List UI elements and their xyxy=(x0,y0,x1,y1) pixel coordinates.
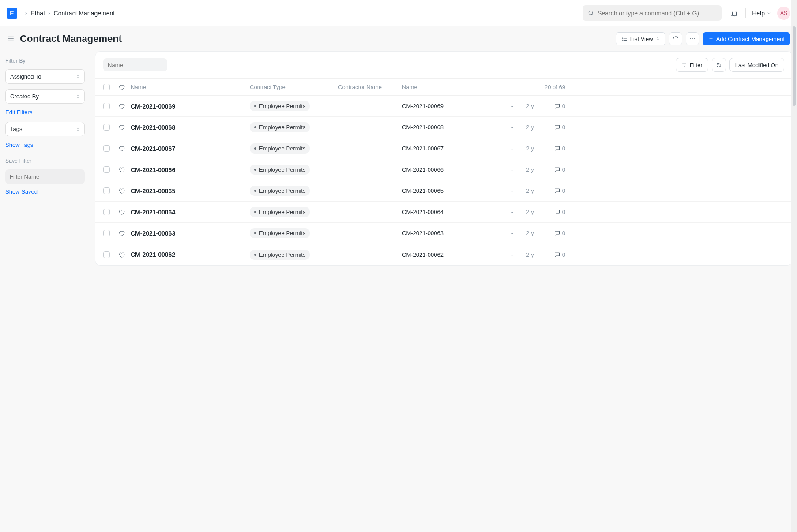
plus-icon xyxy=(708,36,714,41)
refresh-button[interactable] xyxy=(669,32,682,45)
row-checkbox[interactable] xyxy=(103,230,110,236)
created-by-label: Created By xyxy=(10,93,39,100)
sort-field-button[interactable]: Last Modified On xyxy=(729,58,784,72)
row-id[interactable]: CM-2021-00066 xyxy=(131,166,250,173)
table-header: Name Contract Type Contractor Name Name … xyxy=(95,78,792,96)
scrollbar[interactable] xyxy=(791,0,797,532)
assigned-to-filter[interactable]: Assigned To xyxy=(5,69,85,84)
table-row[interactable]: CM-2021-00066 Employee Permits CM-2021-0… xyxy=(95,159,792,180)
col-contractor-name[interactable]: Contractor Name xyxy=(338,84,402,90)
comments-cell[interactable]: 0 xyxy=(539,145,565,152)
contract-type-pill: Employee Permits xyxy=(250,207,310,217)
edit-filters-link[interactable]: Edit Filters xyxy=(5,109,32,116)
view-selector[interactable]: List View xyxy=(616,32,665,45)
svg-point-9 xyxy=(622,38,623,39)
filter-button[interactable]: Filter xyxy=(676,58,708,72)
comments-cell[interactable]: 0 xyxy=(539,230,565,236)
table-row[interactable]: CM-2021-00063 Employee Permits CM-2021-0… xyxy=(95,223,792,244)
name-cell: CM-2021-00069 xyxy=(402,103,504,109)
row-id[interactable]: CM-2021-00065 xyxy=(131,187,250,195)
name-filter-input[interactable] xyxy=(103,58,167,71)
age-cell: 2 y xyxy=(521,251,539,258)
like-button[interactable] xyxy=(118,166,131,173)
menu-icon xyxy=(7,35,15,43)
heart-icon xyxy=(118,166,125,173)
contract-type-pill: Employee Permits xyxy=(250,101,310,111)
filter-button-label: Filter xyxy=(690,62,703,68)
breadcrumb-root[interactable]: Ethal xyxy=(30,10,45,17)
table-row[interactable]: CM-2021-00062 Employee Permits CM-2021-0… xyxy=(95,244,792,265)
help-button[interactable]: Help xyxy=(752,10,771,17)
divider xyxy=(745,8,746,18)
heart-icon xyxy=(118,103,125,109)
table-row[interactable]: CM-2021-00068 Employee Permits CM-2021-0… xyxy=(95,117,792,138)
contract-type-pill: Employee Permits xyxy=(250,143,310,154)
row-id[interactable]: CM-2021-00068 xyxy=(131,124,250,131)
tags-label: Tags xyxy=(10,126,22,132)
select-all-checkbox[interactable] xyxy=(103,84,110,90)
filter-icon xyxy=(681,62,687,68)
show-tags-link[interactable]: Show Tags xyxy=(5,142,33,148)
global-search-input[interactable] xyxy=(598,10,716,17)
notifications-button[interactable] xyxy=(729,8,739,18)
like-button[interactable] xyxy=(118,187,131,194)
show-saved-link[interactable]: Show Saved xyxy=(5,188,38,195)
comments-cell[interactable]: 0 xyxy=(539,124,565,131)
chevron-right-icon: › xyxy=(25,10,27,16)
like-button[interactable] xyxy=(118,209,131,215)
search-icon xyxy=(588,10,594,16)
like-button[interactable] xyxy=(118,145,131,152)
row-id[interactable]: CM-2021-00063 xyxy=(131,230,250,237)
comments-cell[interactable]: 0 xyxy=(539,103,565,109)
row-checkbox[interactable] xyxy=(103,166,110,173)
comments-cell[interactable]: 0 xyxy=(539,209,565,215)
filter-name-input[interactable] xyxy=(5,169,85,184)
svg-point-11 xyxy=(690,38,691,39)
avatar[interactable]: AS xyxy=(777,7,790,20)
sort-icon xyxy=(656,36,660,41)
row-checkbox[interactable] xyxy=(103,103,110,109)
more-actions-button[interactable] xyxy=(686,32,699,45)
save-filter-label: Save Filter xyxy=(5,158,90,164)
row-id[interactable]: CM-2021-00067 xyxy=(131,145,250,152)
like-button[interactable] xyxy=(118,230,131,236)
like-button[interactable] xyxy=(118,103,131,109)
age-cell: 2 y xyxy=(521,124,539,131)
menu-button[interactable] xyxy=(7,35,15,43)
sort-icon xyxy=(76,94,80,99)
comment-icon xyxy=(554,103,560,109)
comments-cell[interactable]: 0 xyxy=(539,251,565,258)
table-row[interactable]: CM-2021-00067 Employee Permits CM-2021-0… xyxy=(95,138,792,159)
name-cell: CM-2021-00065 xyxy=(402,187,504,194)
comments-cell[interactable]: 0 xyxy=(539,166,565,173)
like-button[interactable] xyxy=(118,251,131,258)
row-id[interactable]: CM-2021-00064 xyxy=(131,209,250,216)
status-cell: - xyxy=(504,166,521,173)
col-contract-type[interactable]: Contract Type xyxy=(250,84,338,90)
row-checkbox[interactable] xyxy=(103,187,110,194)
heart-icon xyxy=(118,84,131,90)
row-checkbox[interactable] xyxy=(103,124,110,131)
row-id[interactable]: CM-2021-00062 xyxy=(131,251,250,258)
like-button[interactable] xyxy=(118,124,131,131)
add-button[interactable]: Add Contract Management xyxy=(703,32,790,45)
comments-cell[interactable]: 0 xyxy=(539,187,565,194)
table-row[interactable]: CM-2021-00064 Employee Permits CM-2021-0… xyxy=(95,202,792,223)
page-header: Contract Management List View Add Contra… xyxy=(0,26,797,51)
brand-logo[interactable]: E xyxy=(7,8,17,19)
tags-filter[interactable]: Tags xyxy=(5,122,85,136)
col-name[interactable]: Name xyxy=(131,84,250,90)
global-search[interactable] xyxy=(583,5,722,21)
created-by-filter[interactable]: Created By xyxy=(5,89,85,104)
name-cell: CM-2021-00063 xyxy=(402,230,504,236)
row-checkbox[interactable] xyxy=(103,251,110,258)
sort-direction-button[interactable] xyxy=(712,58,726,72)
view-selector-label: List View xyxy=(630,36,653,42)
row-checkbox[interactable] xyxy=(103,145,110,152)
col-name2[interactable]: Name xyxy=(402,84,504,90)
table-row[interactable]: CM-2021-00065 Employee Permits CM-2021-0… xyxy=(95,180,792,202)
table-row[interactable]: CM-2021-00069 Employee Permits CM-2021-0… xyxy=(95,96,792,117)
row-checkbox[interactable] xyxy=(103,209,110,215)
sort-field-label: Last Modified On xyxy=(735,62,778,68)
row-id[interactable]: CM-2021-00069 xyxy=(131,103,250,110)
